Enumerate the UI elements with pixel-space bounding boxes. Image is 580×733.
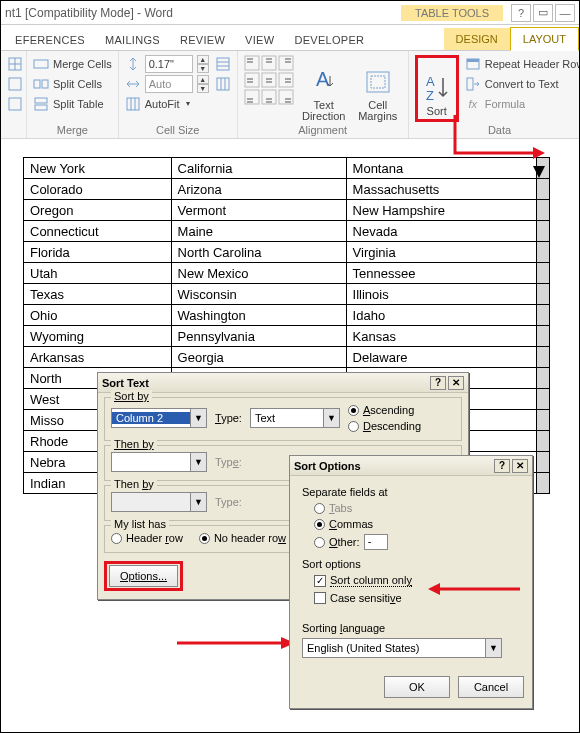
insert-left-button[interactable] <box>7 55 23 73</box>
table-row[interactable]: ColoradoArizonaMassachusetts <box>24 179 550 200</box>
split-cells-button[interactable]: Split Cells <box>33 75 112 93</box>
insert-below-button[interactable] <box>7 95 23 113</box>
table-cell[interactable]: North Carolina <box>171 242 346 263</box>
tab-review[interactable]: REVIEW <box>170 30 235 50</box>
table-cell[interactable]: Illinois <box>346 284 537 305</box>
autofit-button[interactable]: AutoFit▾ <box>125 95 209 113</box>
minimize-icon[interactable]: — <box>555 4 575 22</box>
repeat-header-button[interactable]: Repeat Header Row <box>465 55 580 73</box>
table-cell[interactable]: Texas <box>24 284 172 305</box>
align-tr[interactable] <box>278 55 294 71</box>
case-sensitive-checkbox[interactable]: Case sensitive <box>314 592 520 604</box>
table-cell[interactable]: Idaho <box>346 305 537 326</box>
other-input[interactable]: - <box>364 534 388 550</box>
table-cell[interactable]: Arizona <box>171 179 346 200</box>
convert-text-button[interactable]: Convert to Text <box>465 75 580 93</box>
tab-view[interactable]: VIEW <box>235 30 284 50</box>
table-cell[interactable]: Tennessee <box>346 263 537 284</box>
table-row[interactable]: OregonVermontNew Hampshire <box>24 200 550 221</box>
cell-margins-button[interactable]: CellMargins <box>354 55 402 122</box>
descending-radio[interactable]: Descending <box>348 420 421 432</box>
table-cell[interactable]: Kansas <box>346 326 537 347</box>
table-row[interactable]: OhioWashingtonIdaho <box>24 305 550 326</box>
table-cell[interactable]: Ohio <box>24 305 172 326</box>
table-row[interactable]: New YorkCaliforniaMontana <box>24 158 550 179</box>
align-bc[interactable] <box>261 89 277 105</box>
close-icon[interactable]: ✕ <box>448 376 464 390</box>
close-icon[interactable]: ✕ <box>512 459 528 473</box>
sort-text-titlebar[interactable]: Sort Text ? ✕ <box>98 373 468 393</box>
insert-right-button[interactable] <box>7 75 23 93</box>
sortby-field-combo[interactable]: Column 2▼ <box>111 408 207 428</box>
thenby1-field-combo[interactable]: ▼ <box>111 452 207 472</box>
table-cell[interactable]: Connecticut <box>24 221 172 242</box>
table-row[interactable]: FloridaNorth CarolinaVirginia <box>24 242 550 263</box>
sort-button[interactable]: AZ Sort <box>415 55 459 122</box>
sort-column-only-checkbox[interactable]: ✓Sort column only <box>314 574 520 587</box>
sort-options-titlebar[interactable]: Sort Options ? ✕ <box>290 456 532 476</box>
help-icon[interactable]: ? <box>511 4 531 22</box>
table-cell[interactable]: Massachusetts <box>346 179 537 200</box>
table-cell[interactable]: Maine <box>171 221 346 242</box>
tab-developer[interactable]: DEVELOPER <box>284 30 374 50</box>
height-up[interactable]: ▲ <box>197 55 209 64</box>
table-cell[interactable]: Washington <box>171 305 346 326</box>
formula-button[interactable]: fxFormula <box>465 95 580 113</box>
help-icon[interactable]: ? <box>430 376 446 390</box>
table-cell[interactable]: Virginia <box>346 242 537 263</box>
merge-cells-button[interactable]: Merge Cells <box>33 55 112 73</box>
text-direction-button[interactable]: A TextDirection <box>300 55 348 122</box>
align-br[interactable] <box>278 89 294 105</box>
width-input[interactable]: Auto <box>145 75 193 93</box>
col-width-control[interactable]: Auto▲▼ <box>125 75 209 93</box>
tab-mailings[interactable]: MAILINGS <box>95 30 170 50</box>
table-row[interactable]: TexasWisconsinIllinois <box>24 284 550 305</box>
table-cell[interactable]: Arkansas <box>24 347 172 368</box>
table-cell[interactable]: New Hampshire <box>346 200 537 221</box>
row-height-control[interactable]: 0.17"▲▼ <box>125 55 209 73</box>
table-cell[interactable]: Delaware <box>346 347 537 368</box>
options-button[interactable]: Options... <box>109 565 178 587</box>
dist-cols-button[interactable] <box>215 75 231 93</box>
align-tl[interactable] <box>244 55 260 71</box>
align-tc[interactable] <box>261 55 277 71</box>
table-row[interactable]: WyomingPennsylvaniaKansas <box>24 326 550 347</box>
height-input[interactable]: 0.17" <box>145 55 193 73</box>
table-cell[interactable]: Wyoming <box>24 326 172 347</box>
ok-button[interactable]: OK <box>384 676 450 698</box>
restore-icon[interactable]: ▭ <box>533 4 553 22</box>
align-ml[interactable] <box>244 72 260 88</box>
no-header-row-radio[interactable]: No header row <box>199 532 286 544</box>
ascending-radio[interactable]: Ascending <box>348 404 421 416</box>
other-radio[interactable]: Other: - <box>314 534 520 550</box>
sortby-type-combo[interactable]: Text▼ <box>250 408 340 428</box>
table-cell[interactable]: Wisconsin <box>171 284 346 305</box>
table-cell[interactable]: New Mexico <box>171 263 346 284</box>
tab-design[interactable]: DESIGN <box>444 28 510 50</box>
table-cell[interactable]: Oregon <box>24 200 172 221</box>
width-down[interactable]: ▼ <box>197 84 209 93</box>
commas-radio[interactable]: Commas <box>314 518 520 530</box>
header-row-radio[interactable]: Header row <box>111 532 183 544</box>
align-mc[interactable] <box>261 72 277 88</box>
tab-layout[interactable]: LAYOUT <box>510 27 579 51</box>
dist-rows-button[interactable] <box>215 55 231 73</box>
align-mr[interactable] <box>278 72 294 88</box>
width-up[interactable]: ▲ <box>197 75 209 84</box>
table-cell[interactable]: Florida <box>24 242 172 263</box>
table-cell[interactable]: New York <box>24 158 172 179</box>
table-cell[interactable]: California <box>171 158 346 179</box>
table-cell[interactable]: Utah <box>24 263 172 284</box>
cancel-button[interactable]: Cancel <box>458 676 524 698</box>
split-table-button[interactable]: Split Table <box>33 95 112 113</box>
table-cell[interactable]: Colorado <box>24 179 172 200</box>
table-row[interactable]: ArkansasGeorgiaDelaware <box>24 347 550 368</box>
language-combo[interactable]: English (United States)▼ <box>302 638 502 658</box>
table-cell[interactable]: Pennsylvania <box>171 326 346 347</box>
tab-references[interactable]: EFERENCES <box>5 30 95 50</box>
table-cell[interactable]: Georgia <box>171 347 346 368</box>
height-down[interactable]: ▼ <box>197 64 209 73</box>
align-bl[interactable] <box>244 89 260 105</box>
table-cell[interactable]: Nevada <box>346 221 537 242</box>
help-icon[interactable]: ? <box>494 459 510 473</box>
